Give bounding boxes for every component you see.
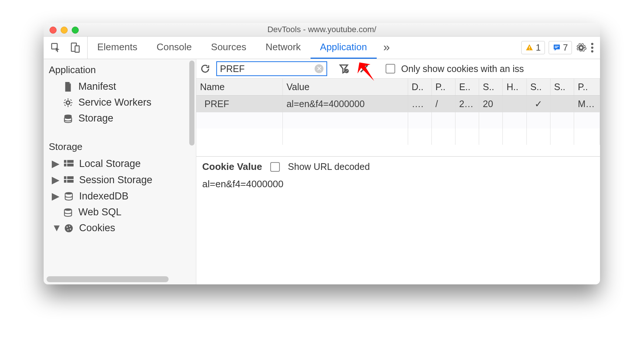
svg-rect-21 [70,99,72,101]
maximize-window-button[interactable] [72,27,79,34]
clear-filter-icon[interactable]: ✕ [315,64,323,73]
filter-toolbar: PREF ✕ Only show cookies with an iss [196,59,600,79]
svg-rect-30 [67,180,74,183]
tab-elements[interactable]: Elements [88,37,147,59]
document-icon [63,82,73,92]
svg-rect-25 [64,164,67,167]
filter-input-value: PREF [220,64,245,74]
sidebar-item-local-storage[interactable]: ▶ Local Storage [44,155,196,172]
sidebar-section-application: Application [44,59,196,79]
clear-all-icon[interactable] [359,64,369,74]
filter-input[interactable]: PREF ✕ [216,61,327,76]
reload-icon[interactable] [200,64,210,74]
col-secure[interactable]: S.. [526,79,550,96]
svg-rect-19 [70,104,72,106]
cell-name: PREF [196,96,282,113]
minimize-window-button[interactable] [61,27,68,34]
svg-rect-18 [64,99,66,101]
warnings-count: 1 [536,42,540,53]
sidebar-item-label: Web SQL [78,206,122,218]
table-row-empty [196,129,600,145]
window-title: DevTools - www.youtube.com/ [44,25,600,34]
window-controls [50,27,79,34]
gear-icon [63,98,73,108]
col-samesite[interactable]: S.. [550,79,574,96]
sidebar-item-indexeddb[interactable]: ▶ IndexedDB [44,188,196,204]
svg-point-36 [70,228,71,229]
sidebar-item-manifest[interactable]: Manifest [44,79,196,95]
sidebar-item-storage[interactable]: Storage [44,110,196,126]
col-priority[interactable]: P.. [574,79,600,96]
cookie-icon [64,223,74,233]
sidebar-item-cookies[interactable]: ▼ Cookies [44,220,196,236]
cell-size: 20 [479,96,503,113]
col-value[interactable]: Value [282,79,408,96]
sidebar-horizontal-scrollbar[interactable] [47,276,169,282]
cell-samesite [550,96,574,113]
svg-point-34 [67,226,68,228]
svg-rect-24 [67,160,74,163]
table-row[interactable]: PREF al=en&f4=4000000 …. / 2… 20 ✓ M… [196,96,600,113]
sidebar-item-session-storage[interactable]: ▶ Session Storage [44,172,196,188]
grid-icon [64,158,74,169]
tab-network[interactable]: Network [256,37,310,59]
svg-rect-4 [529,49,530,50]
cell-path: / [431,96,455,113]
warnings-badge[interactable]: 1 [521,41,545,54]
svg-point-31 [65,192,72,195]
devtools-toolbar: Elements Console Sources Network Applica… [44,37,600,59]
svg-point-9 [591,43,593,45]
sidebar-item-label: Storage [78,113,113,124]
chevron-right-icon: ▶ [52,190,58,202]
only-show-issues-checkbox[interactable] [386,64,395,73]
cookie-detail-pane: Cookie Value Show URL decoded al=en&f4=4… [196,157,600,284]
cell-secure: ✓ [526,96,550,113]
database-icon [63,113,73,124]
more-menu-icon[interactable] [590,42,594,53]
inspect-element-icon[interactable] [50,42,61,53]
messages-count: 7 [563,42,568,53]
svg-rect-16 [64,102,65,103]
device-toggle-icon[interactable] [70,42,81,53]
sidebar-scrollbar[interactable] [189,61,194,146]
cell-priority: M… [574,96,600,113]
svg-rect-3 [529,46,530,48]
show-url-decoded-label: Show URL decoded [288,161,370,172]
sidebar-item-label: Manifest [78,81,116,92]
sidebar-section-storage: Storage [44,126,196,155]
col-domain[interactable]: D.. [408,79,431,96]
tab-application[interactable]: Application [311,37,377,59]
cookies-table: Name Value D.. P.. E.. S.. H.. S.. S.. P… [196,79,600,145]
svg-rect-20 [64,104,66,106]
tab-console[interactable]: Console [147,37,201,59]
svg-point-32 [64,208,72,211]
database-icon [63,207,73,218]
svg-point-10 [591,47,593,49]
filter-funnel-icon[interactable] [338,63,349,74]
svg-point-33 [65,224,73,232]
messages-badge[interactable]: 7 [549,41,572,54]
tab-more[interactable]: » [377,37,397,59]
col-name[interactable]: Name [196,79,282,96]
col-size[interactable]: S.. [479,79,503,96]
svg-point-37 [67,229,68,230]
tab-sources[interactable]: Sources [201,37,256,59]
cookie-value-text: al=en&f4=4000000 [202,172,594,190]
col-expires[interactable]: E.. [455,79,479,96]
col-path[interactable]: P.. [431,79,455,96]
sidebar-item-websql[interactable]: Web SQL [44,204,196,220]
grid-icon [64,175,74,185]
cell-domain: …. [408,96,431,113]
titlebar: DevTools - www.youtube.com/ [44,23,600,37]
close-window-button[interactable] [50,27,57,34]
sidebar-item-label: IndexedDB [79,191,129,202]
show-url-decoded-checkbox[interactable] [270,162,280,172]
svg-point-11 [591,50,593,52]
settings-gear-icon[interactable] [576,42,587,53]
col-httponly[interactable]: H.. [503,79,526,96]
svg-rect-26 [67,164,74,167]
devtools-window: DevTools - www.youtube.com/ Elements Con… [44,23,600,284]
sidebar-item-label: Session Storage [79,174,152,186]
sidebar-item-service-workers[interactable]: Service Workers [44,95,196,110]
svg-rect-5 [555,46,559,47]
